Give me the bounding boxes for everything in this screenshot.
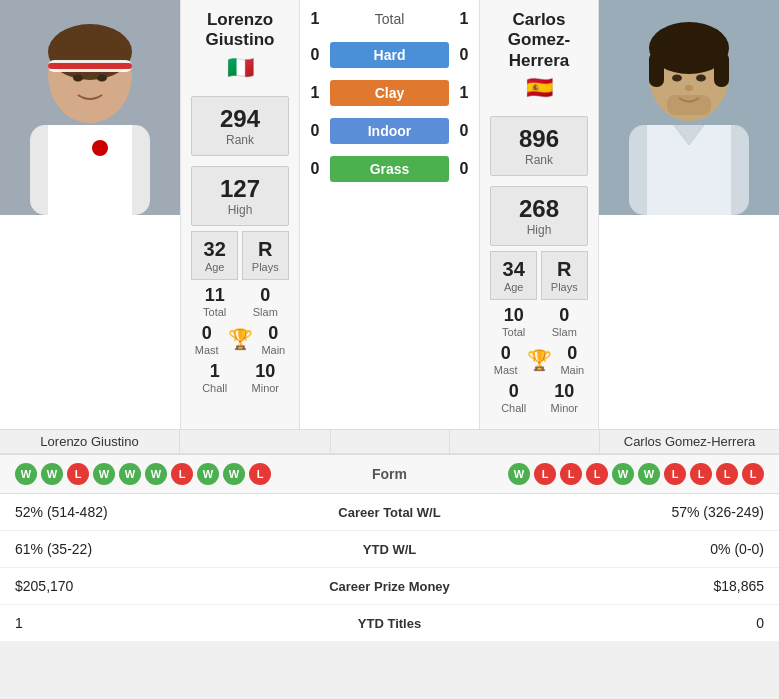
stat-center-label: YTD Titles <box>290 616 490 631</box>
left-flag: 🇮🇹 <box>227 55 254 81</box>
right-total-label: Total <box>490 326 537 338</box>
left-age-value: 32 <box>194 238 235 261</box>
left-stats-panel: Lorenzo Giustino 🇮🇹 294 Rank 127 High 32… <box>180 0 300 429</box>
left-minor-label: Minor <box>242 382 289 394</box>
grass-score-right: 0 <box>449 160 479 178</box>
right-form-badges: WLLLWWLLLL <box>450 463 765 485</box>
left-chall-block: 1 Chall <box>191 361 238 394</box>
left-total-value: 11 <box>191 285 238 306</box>
left-minor-block: 10 Minor <box>242 361 289 394</box>
svg-rect-18 <box>667 95 711 115</box>
svg-point-9 <box>92 140 108 156</box>
right-chall-block: 0 Chall <box>490 381 537 414</box>
form-label: Form <box>330 466 450 482</box>
left-slam-label: Slam <box>242 306 289 318</box>
form-badge-right: L <box>742 463 764 485</box>
form-badge-right: L <box>560 463 582 485</box>
left-minor-value: 10 <box>242 361 289 382</box>
clay-score-right: 1 <box>449 84 479 102</box>
right-minor-label: Minor <box>541 402 588 414</box>
table-row: 52% (514-482)Career Total W/L57% (326-24… <box>0 494 779 531</box>
right-total-value: 10 <box>490 305 537 326</box>
left-mast-block: 0 Mast <box>191 323 222 356</box>
form-badge-left: W <box>15 463 37 485</box>
left-rank-block: 294 Rank <box>191 96 288 156</box>
right-rank-value: 896 <box>495 125 582 153</box>
right-high-value: 268 <box>495 195 582 223</box>
form-badge-right: L <box>690 463 712 485</box>
right-minor-block: 10 Minor <box>541 381 588 414</box>
form-badge-left: W <box>41 463 63 485</box>
grass-button[interactable]: Grass <box>330 156 449 182</box>
stat-left-value: 52% (514-482) <box>15 504 290 520</box>
left-slam-block: 0 Slam <box>242 285 289 318</box>
svg-rect-13 <box>649 52 664 87</box>
svg-point-5 <box>73 75 83 82</box>
right-mast-label: Mast <box>490 364 521 376</box>
right-mast-value: 0 <box>490 343 521 364</box>
form-badge-left: L <box>67 463 89 485</box>
form-badge-left: L <box>171 463 193 485</box>
middle-section: 1 Total 1 0 Hard 0 1 Clay 1 0 Indoor 0 <box>300 0 479 429</box>
right-age-value: 34 <box>493 258 534 281</box>
left-chall-value: 1 <box>191 361 238 382</box>
table-row: 1YTD Titles0 <box>0 605 779 641</box>
right-minor-value: 10 <box>541 381 588 402</box>
right-chall-value: 0 <box>490 381 537 402</box>
svg-point-15 <box>672 75 682 82</box>
left-name-bar: Lorenzo Giustino <box>0 430 180 453</box>
table-row: 61% (35-22)YTD W/L0% (0-0) <box>0 531 779 568</box>
left-slam-value: 0 <box>242 285 289 306</box>
main-container: Lorenzo Giustino 🇮🇹 294 Rank 127 High 32… <box>0 0 779 641</box>
form-badge-left: W <box>223 463 245 485</box>
left-total-label: Total <box>191 306 238 318</box>
left-rank-label: Rank <box>196 133 283 147</box>
grass-row: 0 Grass 0 <box>300 156 479 182</box>
right-slam-label: Slam <box>541 326 588 338</box>
right-stats-panel: Carlos Gomez- Herrera 🇪🇸 896 Rank 268 Hi… <box>479 0 599 429</box>
name-bars: Lorenzo Giustino Carlos Gomez-Herrera <box>0 430 779 454</box>
left-rank-value: 294 <box>196 105 283 133</box>
right-slam-block: 0 Slam <box>541 305 588 338</box>
left-player-name: Lorenzo Giustino <box>186 10 294 51</box>
left-main-value: 0 <box>258 323 289 344</box>
right-player-photo <box>599 0 779 215</box>
indoor-score-right: 0 <box>449 122 479 140</box>
svg-rect-14 <box>714 52 729 87</box>
right-trophy-icon: 🏆 <box>525 348 553 372</box>
clay-button[interactable]: Clay <box>330 80 449 106</box>
total-row: 1 Total 1 <box>300 10 479 28</box>
left-age-block: 32 Age <box>191 231 238 280</box>
right-high-block: 268 High <box>490 186 587 246</box>
right-main-label: Main <box>557 364 588 376</box>
right-stats-name-spacer <box>330 430 450 453</box>
indoor-button[interactable]: Indoor <box>330 118 449 144</box>
right-player-name-block: Carlos Gomez- Herrera 🇪🇸 <box>485 10 593 101</box>
right-plays-label: Plays <box>544 281 585 293</box>
left-total-block: 11 Total <box>191 285 238 318</box>
stat-left-value: 1 <box>15 615 290 631</box>
total-score-left: 1 <box>300 10 330 28</box>
form-section: WWLWWWLWWL Form WLLLWWLLLL <box>0 454 779 494</box>
left-trophy-icon: 🏆 <box>226 327 254 351</box>
indoor-row: 0 Indoor 0 <box>300 118 479 144</box>
right-rank-block: 896 Rank <box>490 116 587 176</box>
hard-button[interactable]: Hard <box>330 42 449 68</box>
left-player-name-block: Lorenzo Giustino 🇮🇹 <box>186 10 294 81</box>
hard-score-right: 0 <box>449 46 479 64</box>
right-main-block: 0 Main <box>557 343 588 376</box>
right-player-name: Carlos Gomez- Herrera <box>485 10 593 71</box>
middle-right-spacer <box>450 430 600 453</box>
svg-point-17 <box>685 85 693 91</box>
stat-right-value: 0 <box>490 615 765 631</box>
left-main-block: 0 Main <box>258 323 289 356</box>
right-main-value: 0 <box>557 343 588 364</box>
clay-score-left: 1 <box>300 84 330 102</box>
stat-left-value: 61% (35-22) <box>15 541 290 557</box>
left-form-badges: WWLWWWLWWL <box>15 463 330 485</box>
table-row: $205,170Career Prize Money$18,865 <box>0 568 779 605</box>
right-slam-value: 0 <box>541 305 588 326</box>
left-high-block: 127 High <box>191 166 288 226</box>
form-badge-right: L <box>586 463 608 485</box>
left-chall-label: Chall <box>191 382 238 394</box>
